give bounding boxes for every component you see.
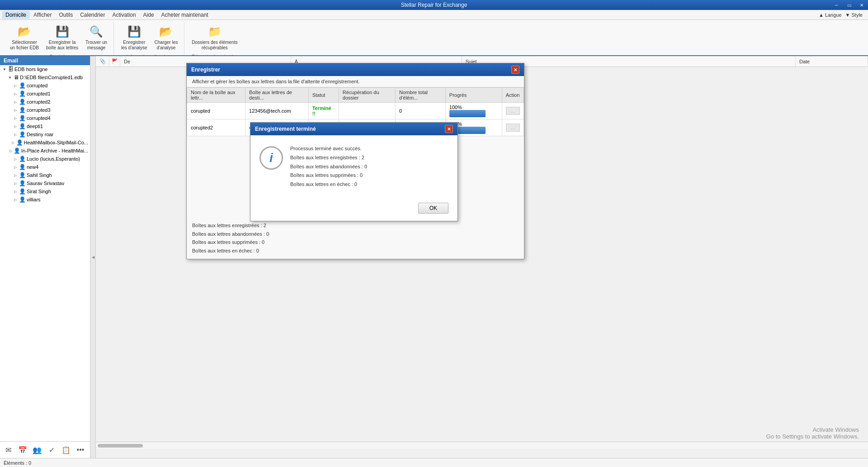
menu-acheter[interactable]: Acheter maintenant: [158, 11, 212, 19]
tree-expand-arrow: ▷: [13, 124, 18, 129]
tree-label: EDB hors ligne: [14, 67, 47, 72]
success-dialog-close[interactable]: ✕: [445, 125, 453, 133]
info-icon: i: [259, 146, 283, 170]
nav-tasks-button[interactable]: ✓: [45, 443, 58, 456]
nav-contacts-button[interactable]: 👥: [31, 443, 43, 456]
load-analysis-button[interactable]: 📂 Charger les d'analyse: [152, 23, 181, 52]
tree-label: D:\EDB files\Corrupted1.edb: [20, 75, 83, 80]
langue-label[interactable]: ▲ Langue: [819, 12, 842, 18]
find-message-button[interactable]: 🔍 Trouver un message: [83, 23, 110, 52]
ribbon-buttons-analyse: 💾 Enregistrer les d'analyse 📂 Charger le…: [118, 23, 180, 52]
cell-progress: 100%: [445, 103, 502, 119]
col-progress: Progrès: [445, 88, 502, 103]
success-line: Boîtes aux lettres en échec : 0: [290, 180, 367, 189]
success-dialog-content: Processus terminé avec succès.Boîtes aux…: [290, 144, 367, 189]
scrollbar-thumb[interactable]: [98, 444, 143, 448]
tree-db-icon: 🗄: [8, 66, 14, 72]
minimize-button[interactable]: ─: [830, 0, 843, 10]
cell-action: ...: [502, 119, 524, 136]
horizontal-scrollbar[interactable]: [96, 442, 868, 449]
tree-expand-arrow: ▷: [13, 164, 18, 170]
status-bar: Éléments : 0: [0, 458, 868, 467]
menu-domicile[interactable]: Domicile: [2, 11, 30, 19]
tree-expand-arrow: ▷: [13, 181, 18, 186]
tree-item-deepti1[interactable]: ▷👤deepti1: [0, 122, 90, 130]
enregistrer-summary: Boîtes aux lettres enregistrées : 2 Boît…: [187, 218, 524, 259]
tree-label: In-Place Archive - HealthMai...: [21, 148, 88, 153]
menu-outils[interactable]: Outils: [55, 11, 76, 19]
tree-expand-arrow: ▷: [9, 148, 13, 153]
tree-item-destiny-roar[interactable]: ▷👤Destiny roar: [0, 130, 90, 138]
tree-item-lucio[interactable]: ▷👤Lucio (lucius,Esperanto): [0, 155, 90, 163]
tree-arrow: ▼: [2, 67, 7, 72]
tree-item-new4[interactable]: ▷👤new4: [0, 163, 90, 171]
menu-activation[interactable]: Activation: [109, 11, 140, 19]
tree-label: Lucio (lucius,Esperanto): [27, 156, 80, 162]
tree-arrow: ▼: [7, 75, 13, 80]
cell-recovery: [339, 103, 395, 119]
sidebar-tree: ▼🗄EDB hors ligne▼🖥D:\EDB files\Corrupted…: [0, 65, 90, 441]
tree-item-in-place-archive[interactable]: ▷👤In-Place Archive - HealthMai...: [0, 147, 90, 155]
action-button[interactable]: ...: [506, 107, 520, 115]
save-mailbox-label: Enregistrer la boîte aux lettres: [46, 40, 78, 51]
enregistrer-dialog-titlebar: Enregistrer ✕: [187, 63, 524, 76]
tree-expand-arrow: ▷: [13, 172, 18, 178]
enregistrer-dialog: Enregistrer ✕ Afficher et gérer les boît…: [186, 63, 524, 259]
main-layout: Email ▼🗄EDB hors ligne▼🖥D:\EDB files\Cor…: [0, 56, 868, 458]
menu-aide[interactable]: Aide: [140, 11, 158, 19]
tree-user-icon: 👤: [19, 156, 26, 162]
tree-item-edb-offline[interactable]: ▼🗄EDB hors ligne: [0, 65, 90, 73]
tree-label: new4: [27, 164, 38, 170]
tree-item-corrupted[interactable]: ▷👤corrupted: [0, 81, 90, 90]
tree-item-corrupted1[interactable]: ▷👤corrupted1: [0, 90, 90, 98]
tree-item-health-mailbox[interactable]: ▷👤HealthMailbox-SitpIMail-Co...: [0, 138, 90, 147]
tree-item-corrupted4[interactable]: ▷👤corrupted4: [0, 114, 90, 122]
enregistrer-dialog-title: Enregistrer: [191, 67, 220, 73]
cell-mailbox: corupted: [187, 103, 245, 119]
tree-label: corrupted4: [27, 115, 51, 121]
dialog-overlay: Enregistrer ✕ Afficher et gérer les boît…: [96, 56, 868, 458]
nav-notes-button[interactable]: 📋: [60, 443, 72, 456]
restore-button[interactable]: ▭: [843, 0, 855, 10]
watermark-line1: Activate Windows: [766, 426, 859, 433]
tree-item-corrupted3[interactable]: ▷👤corrupted3: [0, 106, 90, 114]
style-label[interactable]: ▼ Style: [845, 12, 863, 18]
enregistrer-dialog-subtitle: Afficher et gérer les boîtes aux lettres…: [187, 76, 524, 87]
save-analysis-button[interactable]: 💾 Enregistrer les d'analyse: [118, 23, 150, 52]
save-mailbox-button[interactable]: 💾 Enregistrer la boîte aux lettres: [43, 23, 81, 52]
sidebar-collapse-handle[interactable]: ◀: [90, 56, 96, 458]
summary-failed: Boîtes aux lettres en échec : 0: [192, 247, 519, 255]
window-controls: ─ ▭ ✕: [830, 0, 868, 10]
col-total-elements: Nombre total d'élém...: [396, 88, 446, 103]
nav-calendar-button[interactable]: 📅: [16, 443, 29, 456]
enregistrer-dialog-close[interactable]: ✕: [511, 66, 519, 74]
recoverable-folders-button[interactable]: 📁 Dossiers des éléments récupérables: [189, 23, 240, 52]
menu-afficher[interactable]: Afficher: [30, 11, 55, 19]
nav-more-button[interactable]: •••: [74, 443, 87, 456]
tree-item-villiars[interactable]: ▷👤villiars: [0, 195, 90, 204]
content-area: 📎 🚩 De À Sujet Date Enregistrer ✕ Affich…: [96, 56, 868, 458]
recoverable-folders-label: Dossiers des éléments récupérables: [192, 40, 237, 51]
select-edb-button[interactable]: 📂 Sélectionner un fichier EDB: [7, 23, 42, 52]
tree-item-sirat[interactable]: ▷👤Sirat Singh: [0, 187, 90, 195]
menu-right: ▲ Langue ▼ Style: [819, 12, 866, 18]
menu-calendrier[interactable]: Calendrier: [76, 11, 108, 19]
tree-item-corrupted2[interactable]: ▷👤corrupted2: [0, 98, 90, 106]
tree-item-sahil-singh[interactable]: ▷👤Sahil Singh: [0, 171, 90, 179]
ok-button[interactable]: OK: [418, 203, 448, 214]
title-bar: Stellar Repair for Exchange ─ ▭ ✕: [0, 0, 868, 10]
action-button[interactable]: ...: [506, 124, 520, 132]
tree-label: corrupted3: [27, 107, 51, 113]
tree-user-icon: 👤: [19, 123, 26, 129]
elements-count: Éléments : 0: [4, 460, 31, 466]
close-button[interactable]: ✕: [855, 0, 868, 10]
tree-label: corrupted1: [27, 91, 51, 96]
nav-email-button[interactable]: ✉: [2, 443, 14, 456]
success-line: Boîtes aux lettres enregistrées : 2: [290, 153, 367, 162]
success-dialog-title: Enregistrement terminé: [255, 126, 316, 132]
tree-user-icon: 👤: [16, 139, 23, 146]
tree-item-saurav[interactable]: ▷👤Saurav Srivastav: [0, 179, 90, 187]
tree-label: Sahil Singh: [27, 172, 52, 178]
windows-watermark: Activate Windows Go to Settings to activ…: [766, 426, 859, 440]
tree-item-edb-file[interactable]: ▼🖥D:\EDB files\Corrupted1.edb: [0, 73, 90, 81]
